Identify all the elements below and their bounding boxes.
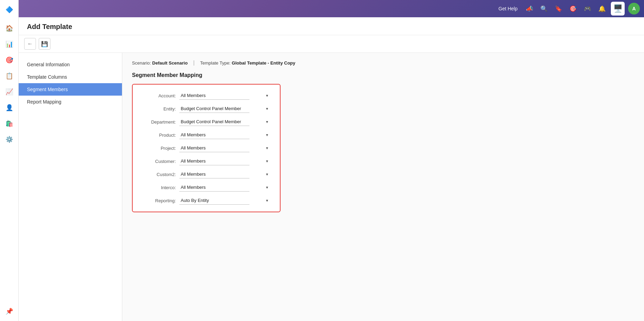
sidebar-icon-analytics[interactable]: 📈 (2, 85, 16, 99)
user-avatar[interactable]: A (628, 3, 640, 14)
page-header: Add Template (19, 17, 644, 35)
megaphone-icon[interactable]: 📣 (524, 3, 535, 14)
save-button[interactable]: 💾 (39, 38, 50, 50)
department-select-wrapper: All Members Budget Control Panel Member (179, 118, 269, 126)
segment-row-customer: Customer: All Members Budget Control Pan… (143, 157, 269, 165)
sidebar-icon-settings[interactable]: ⚙️ (2, 133, 16, 146)
get-help-link[interactable]: Get Help (499, 6, 518, 11)
sidebar-icons-panel: 🔷 🏠 📊 🎯 📋 📈 👤 🛍️ ⚙️ 📌 (0, 0, 19, 321)
page-content: Add Template ← 💾 General Information Tem… (19, 17, 644, 321)
account-label: Account: (143, 93, 179, 98)
bookmark-icon[interactable]: 🔖 (553, 3, 564, 14)
department-select[interactable]: All Members Budget Control Panel Member (179, 118, 249, 126)
reporting-label: Reporting: (143, 198, 179, 203)
segment-row-reporting: Reporting: Auto By Entity All Members Bu… (143, 196, 269, 205)
main-wrapper: Get Help 📣 🔍 🔖 🎯 🎮 🔔 🖥️ A Add Template ←… (19, 0, 644, 321)
left-nav: General Information Template Columns Seg… (19, 53, 122, 321)
account-select[interactable]: All Members Budget Control Panel Member (179, 91, 249, 100)
segment-row-entity: Entity: All Members Budget Control Panel… (143, 105, 269, 113)
body-layout: General Information Template Columns Seg… (19, 53, 644, 321)
custom2-select[interactable]: All Members Budget Control Panel Member (179, 170, 249, 178)
bell-icon[interactable]: 🔔 (596, 3, 607, 14)
app-switcher-icon[interactable]: 🖥️ (611, 2, 625, 16)
custom2-label: Custom2: (143, 172, 179, 177)
account-select-wrapper: All Members Budget Control Panel Member (179, 91, 269, 100)
segment-row-interco: Interco: All Members Budget Control Pane… (143, 183, 269, 192)
toolbar: ← 💾 (19, 35, 644, 53)
product-label: Product: (143, 133, 179, 138)
sidebar-icon-dashboard[interactable]: 📊 (2, 37, 16, 51)
cube-icon[interactable]: 🎮 (582, 3, 593, 14)
customer-label: Customer: (143, 159, 179, 164)
template-type-value: Global Template - Entity Copy (232, 60, 295, 66)
template-type-label: Template Type: (200, 60, 230, 66)
entity-select-wrapper: All Members Budget Control Panel Member (179, 105, 269, 113)
scenario-divider: | (193, 60, 195, 66)
segment-mapping-box: Account: All Members Budget Control Pane… (132, 84, 281, 212)
topnav: Get Help 📣 🔍 🔖 🎯 🎮 🔔 🖥️ A (19, 0, 644, 17)
project-select-wrapper: All Members Budget Control Panel Member (179, 144, 269, 152)
project-select[interactable]: All Members Budget Control Panel Member (179, 144, 249, 152)
custom2-select-wrapper: All Members Budget Control Panel Member (179, 170, 269, 178)
customer-select-wrapper: All Members Budget Control Panel Member (179, 157, 269, 165)
sidebar-icon-home[interactable]: 🏠 (2, 21, 16, 35)
scenario-value: Default Scenario (152, 60, 188, 66)
nav-item-template-columns[interactable]: Template Columns (19, 71, 122, 83)
interco-label: Interco: (143, 185, 179, 190)
scenario-bar: Scenario: Default Scenario | Template Ty… (132, 60, 634, 66)
search-icon[interactable]: 🔍 (538, 3, 549, 14)
department-label: Department: (143, 119, 179, 125)
page-title: Add Template (27, 23, 636, 31)
project-label: Project: (143, 146, 179, 151)
sidebar-icon-users[interactable]: 👤 (2, 101, 16, 115)
entity-label: Entity: (143, 106, 179, 111)
right-panel: Scenario: Default Scenario | Template Ty… (122, 53, 644, 321)
app-logo[interactable]: 🔷 (2, 3, 16, 17)
segment-row-product: Product: All Members Budget Control Pane… (143, 131, 269, 139)
product-select[interactable]: All Members Budget Control Panel Member (179, 131, 249, 139)
interco-select-wrapper: All Members Budget Control Panel Member (179, 183, 269, 192)
product-select-wrapper: All Members Budget Control Panel Member (179, 131, 269, 139)
sidebar-icon-targets[interactable]: 🎯 (2, 53, 16, 67)
segment-row-department: Department: All Members Budget Control P… (143, 118, 269, 126)
sidebar-icon-store[interactable]: 🛍️ (2, 117, 16, 130)
customer-select[interactable]: All Members Budget Control Panel Member (179, 157, 249, 165)
sidebar-icon-pin[interactable]: 📌 (2, 304, 16, 318)
segment-row-account: Account: All Members Budget Control Pane… (143, 91, 269, 100)
sidebar-icon-reports[interactable]: 📋 (2, 69, 16, 83)
nav-item-report-mapping[interactable]: Report Mapping (19, 96, 122, 108)
segment-row-project: Project: All Members Budget Control Pane… (143, 144, 269, 152)
nav-item-general-information[interactable]: General Information (19, 58, 122, 71)
segment-mapping-title: Segment Member Mapping (132, 72, 634, 78)
reporting-select-wrapper: Auto By Entity All Members Budget Contro… (179, 196, 269, 205)
back-button[interactable]: ← (24, 38, 36, 50)
scenario-label: Scenario: (132, 60, 151, 66)
entity-select[interactable]: All Members Budget Control Panel Member (179, 105, 249, 113)
nav-item-segment-members[interactable]: Segment Members (19, 83, 122, 96)
reporting-select[interactable]: Auto By Entity All Members Budget Contro… (179, 196, 249, 205)
segment-row-custom2: Custom2: All Members Budget Control Pane… (143, 170, 269, 178)
interco-select[interactable]: All Members Budget Control Panel Member (179, 183, 249, 192)
crosshair-icon[interactable]: 🎯 (567, 3, 578, 14)
